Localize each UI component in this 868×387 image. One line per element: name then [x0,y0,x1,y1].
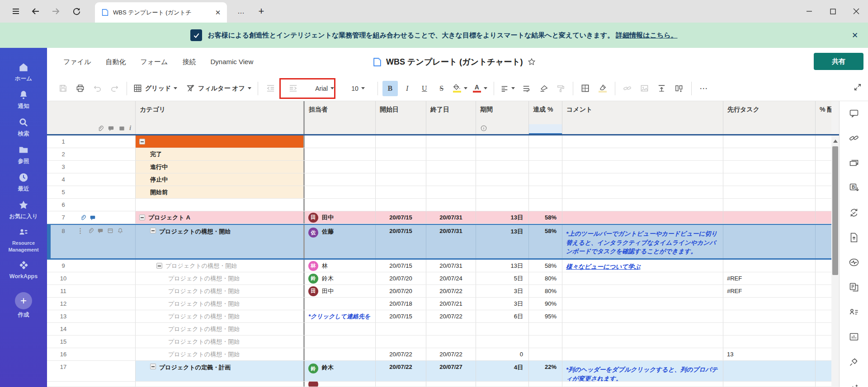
grid-row-14[interactable]: 14プロジェクトの構想・開始 [47,323,831,336]
proof-column-icon[interactable] [118,125,125,132]
cell-comment[interactable] [562,298,723,310]
cell-duration[interactable]: 0 [476,348,529,360]
grid-row-18[interactable] [47,382,831,387]
cell-category[interactable]: プロジェクトの構想・開始 [136,225,305,258]
cell-end-date[interactable] [426,323,476,335]
reminder-bell-icon[interactable] [117,228,123,234]
cell-start-date[interactable]: 20/07/20 [376,272,426,284]
cell-duration[interactable]: 13日 [476,260,529,272]
cell-allocation[interactable] [816,323,831,335]
hyperlink-icon[interactable] [620,81,635,96]
comment-column-icon[interactable] [108,125,114,132]
cell-allocation[interactable] [816,148,831,160]
cell-predecessor[interactable] [723,361,816,381]
grid-row-15[interactable]: 15プロジェクトの構想・開始 [47,336,831,348]
cell-category[interactable]: 開始前 [136,186,305,198]
cell-comment[interactable] [562,348,723,360]
grid-row-4[interactable]: 4停止中 [47,173,831,186]
grid-row-12[interactable]: 12プロジェクトの構想・開始20/07/1820/07/213日90% [47,298,831,310]
cell-category[interactable]: プロジェクトの定義・計画 [136,361,305,381]
row-number[interactable]: 12 [47,298,136,310]
cell-category[interactable]: 停止中 [136,173,305,186]
attachment-icon[interactable] [87,228,94,234]
cell-predecessor[interactable] [723,148,816,160]
cell-comment[interactable]: *列のヘッダーをダブルクリックすると、列のプロパティが変更されます。 [562,361,723,381]
grid-row-1[interactable]: 1 [47,135,831,148]
cell-comment[interactable] [562,211,723,224]
cell-category[interactable]: 完了 [136,148,305,160]
grid-row-8[interactable]: 8プロジェクトの構想・開始佐佐藤20/07/1520/07/3113日58%*上… [47,224,831,260]
cell-comment[interactable]: *上のツールバーでガントビューやカードビューに切り替えると、インタラクティブなタ… [562,225,723,258]
row-number[interactable]: 3 [47,161,136,173]
clear-format-icon[interactable] [536,81,551,96]
cell-category[interactable]: プロジェクトの構想・開始 [136,272,305,284]
contacts-panel-icon[interactable] [849,307,859,317]
cell-complete-pct[interactable] [529,173,562,186]
cell-category[interactable]: プロジェクトの構想・開始 [136,260,305,272]
cell-duration[interactable] [476,161,529,173]
cell-category[interactable]: 進行中 [136,161,305,173]
plug-panel-icon[interactable] [849,356,859,367]
grid-row-5[interactable]: 5開始前 [47,186,831,199]
cell-allocation[interactable] [816,361,831,381]
sidebar-item-star[interactable]: お気に入り [9,199,38,220]
cell-predecessor[interactable] [723,260,816,272]
cell-complete-pct[interactable]: 22% [529,361,562,381]
comment-icon[interactable] [90,214,96,221]
sidebar-item-clock[interactable]: 最近 [18,172,29,192]
grid-row-9[interactable]: 9プロジェクトの構想・開始林林20/07/1520/07/3113日58%様々な… [47,260,831,272]
cell-complete-pct[interactable] [529,348,562,360]
collapse-toggle-icon[interactable] [139,139,145,145]
grid-row-17[interactable]: 17プロジェクトの定義・計画鈴鈴木20/07/2220/07/274日22%*列… [47,361,831,382]
more-options-button[interactable]: ⋯ [696,81,712,96]
cell-allocation[interactable] [816,225,831,258]
row-number[interactable] [47,382,136,387]
undo-icon[interactable] [90,81,105,96]
cell-category[interactable] [136,382,305,387]
cell-end-date[interactable] [426,161,476,173]
cell-end-date[interactable]: 20/07/31 [426,260,476,272]
cell-duration[interactable]: 4日 [476,361,529,381]
cell-category[interactable]: プロジェクトの構想・開始 [136,323,305,335]
filter-button[interactable]: フィルター オフ [184,81,253,96]
cell-assignee[interactable]: *クリックして連絡先を [305,310,376,322]
scroll-up-icon[interactable] [833,140,838,143]
cell-assignee[interactable] [305,186,376,198]
cell-comment[interactable] [562,186,723,198]
cell-category[interactable] [136,135,305,148]
menu-item-3[interactable]: 接続 [182,58,196,66]
cell-end-date[interactable] [426,336,476,348]
cell-assignee[interactable] [305,348,376,360]
cell-allocation[interactable] [816,186,831,198]
cell-start-date[interactable]: 20/07/15 [376,310,426,322]
collapse-toggle-icon[interactable] [139,214,145,220]
view-switcher-grid[interactable]: グリッド [132,81,179,96]
reload-icon[interactable] [71,5,82,17]
cell-allocation[interactable] [816,211,831,224]
column-header-assignee[interactable]: 担当者 [305,101,376,135]
cell-end-date[interactable]: 20/07/31 [426,211,476,224]
row-number[interactable]: 15 [47,336,136,348]
cell-assignee[interactable] [305,135,376,148]
cell-assignee[interactable] [305,161,376,173]
cell-complete-pct[interactable]: 58% [529,260,562,272]
cell-assignee[interactable] [305,323,376,335]
sidebar-item-apps[interactable]: WorkApps [9,260,38,280]
cell-assignee[interactable] [305,148,376,160]
menu-item-0[interactable]: ファイル [63,58,91,66]
activity-panel-icon[interactable] [849,257,859,268]
comment-link[interactable]: 様々なビューについて学ぶ [566,261,641,271]
cell-duration[interactable]: 5日 [476,272,529,284]
cell-comment[interactable] [562,285,723,297]
cell-start-date[interactable]: 20/07/18 [376,298,426,310]
cell-allocation[interactable] [816,336,831,348]
chart-panel-icon[interactable] [849,331,859,342]
cell-start-date[interactable] [376,148,426,160]
row-number[interactable]: 6 [47,199,136,211]
row-number[interactable]: 1 [47,135,136,148]
copy-panel-icon[interactable] [849,282,859,293]
cell-start-date[interactable]: 20/07/22 [376,361,426,381]
grid-row-3[interactable]: 3進行中 [47,161,831,173]
cell-duration[interactable] [476,199,529,211]
cell-end-date[interactable]: 20/07/22 [426,285,476,297]
